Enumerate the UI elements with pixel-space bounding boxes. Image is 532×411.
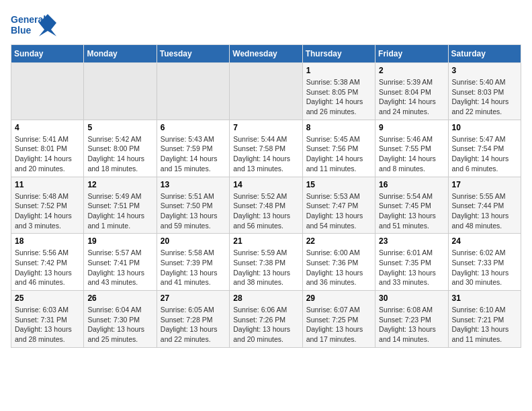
weekday-header-friday: Friday — [375, 45, 448, 63]
calendar-cell: 23Sunrise: 6:01 AMSunset: 7:35 PMDayligh… — [375, 234, 448, 291]
calendar-cell: 10Sunrise: 5:47 AMSunset: 7:54 PMDayligh… — [448, 120, 521, 177]
day-number: 3 — [452, 66, 517, 75]
calendar-week-row: 18Sunrise: 5:56 AMSunset: 7:42 PMDayligh… — [11, 234, 521, 291]
day-info: Sunrise: 6:02 AMSunset: 7:33 PMDaylight:… — [452, 248, 517, 287]
day-info: Sunrise: 5:40 AMSunset: 8:03 PMDaylight:… — [452, 77, 517, 117]
day-info: Sunrise: 6:05 AMSunset: 7:28 PMDaylight:… — [161, 305, 226, 345]
day-info: Sunrise: 5:54 AMSunset: 7:45 PMDaylight:… — [379, 191, 444, 231]
day-info: Sunrise: 5:46 AMSunset: 7:55 PMDaylight:… — [379, 134, 444, 174]
calendar-cell: 29Sunrise: 6:07 AMSunset: 7:25 PMDayligh… — [302, 291, 375, 348]
day-number: 29 — [306, 293, 371, 303]
day-info: Sunrise: 5:48 AMSunset: 7:52 PMDaylight:… — [15, 191, 80, 231]
calendar-week-row: 11Sunrise: 5:48 AMSunset: 7:52 PMDayligh… — [11, 177, 521, 234]
weekday-header-sunday: Sunday — [11, 45, 84, 63]
day-number: 17 — [452, 180, 517, 189]
day-info: Sunrise: 6:00 AMSunset: 7:36 PMDaylight:… — [306, 248, 371, 287]
day-info: Sunrise: 5:44 AMSunset: 7:58 PMDaylight:… — [233, 134, 298, 174]
day-number: 8 — [306, 123, 371, 132]
day-number: 31 — [452, 293, 517, 303]
calendar-week-row: 25Sunrise: 6:03 AMSunset: 7:31 PMDayligh… — [11, 291, 521, 348]
calendar-cell: 21Sunrise: 5:59 AMSunset: 7:38 PMDayligh… — [230, 234, 302, 291]
logo-icon: GeneralBlue — [11, 11, 58, 40]
weekday-header-saturday: Saturday — [448, 45, 521, 63]
day-number: 10 — [452, 123, 517, 132]
day-number: 19 — [87, 236, 152, 246]
page-header: GeneralBlue — [11, 11, 521, 40]
calendar-table: SundayMondayTuesdayWednesdayThursdayFrid… — [11, 44, 521, 348]
weekday-header-tuesday: Tuesday — [157, 45, 229, 63]
day-info: Sunrise: 5:43 AMSunset: 7:59 PMDaylight:… — [161, 134, 226, 174]
calendar-week-row: 1Sunrise: 5:38 AMSunset: 8:05 PMDaylight… — [11, 63, 521, 120]
day-number: 7 — [233, 123, 298, 132]
calendar-cell: 5Sunrise: 5:42 AMSunset: 8:00 PMDaylight… — [84, 120, 157, 177]
calendar-cell: 14Sunrise: 5:52 AMSunset: 7:48 PMDayligh… — [230, 177, 302, 234]
calendar-cell: 30Sunrise: 6:08 AMSunset: 7:23 PMDayligh… — [375, 291, 448, 348]
day-number: 27 — [161, 293, 226, 303]
weekday-header-row: SundayMondayTuesdayWednesdayThursdayFrid… — [11, 45, 521, 63]
calendar-cell: 13Sunrise: 5:51 AMSunset: 7:50 PMDayligh… — [157, 177, 229, 234]
day-info: Sunrise: 6:03 AMSunset: 7:31 PMDaylight:… — [15, 305, 80, 345]
day-info: Sunrise: 6:01 AMSunset: 7:35 PMDaylight:… — [379, 248, 444, 287]
calendar-cell: 1Sunrise: 5:38 AMSunset: 8:05 PMDaylight… — [302, 63, 375, 120]
day-number: 2 — [379, 66, 444, 75]
calendar-cell: 19Sunrise: 5:57 AMSunset: 7:41 PMDayligh… — [84, 234, 157, 291]
day-number: 22 — [306, 236, 371, 246]
weekday-header-thursday: Thursday — [302, 45, 375, 63]
day-number: 24 — [452, 236, 517, 246]
calendar-cell: 3Sunrise: 5:40 AMSunset: 8:03 PMDaylight… — [448, 63, 521, 120]
calendar-cell: 6Sunrise: 5:43 AMSunset: 7:59 PMDaylight… — [157, 120, 229, 177]
day-info: Sunrise: 5:45 AMSunset: 7:56 PMDaylight:… — [306, 134, 371, 174]
day-info: Sunrise: 5:55 AMSunset: 7:44 PMDaylight:… — [452, 191, 517, 231]
day-info: Sunrise: 6:07 AMSunset: 7:25 PMDaylight:… — [306, 305, 371, 345]
calendar-cell: 15Sunrise: 5:53 AMSunset: 7:47 PMDayligh… — [302, 177, 375, 234]
calendar-cell — [230, 63, 302, 120]
calendar-cell: 7Sunrise: 5:44 AMSunset: 7:58 PMDaylight… — [230, 120, 302, 177]
day-info: Sunrise: 5:38 AMSunset: 8:05 PMDaylight:… — [306, 77, 371, 117]
day-number: 25 — [15, 293, 80, 303]
day-info: Sunrise: 5:41 AMSunset: 8:01 PMDaylight:… — [15, 134, 80, 174]
calendar-cell: 11Sunrise: 5:48 AMSunset: 7:52 PMDayligh… — [11, 177, 84, 234]
calendar-cell — [84, 63, 157, 120]
day-info: Sunrise: 6:06 AMSunset: 7:26 PMDaylight:… — [233, 305, 298, 345]
day-number: 11 — [15, 180, 80, 189]
day-info: Sunrise: 6:10 AMSunset: 7:21 PMDaylight:… — [452, 305, 517, 345]
day-number: 14 — [233, 180, 298, 189]
calendar-cell: 22Sunrise: 6:00 AMSunset: 7:36 PMDayligh… — [302, 234, 375, 291]
calendar-cell: 12Sunrise: 5:49 AMSunset: 7:51 PMDayligh… — [84, 177, 157, 234]
day-number: 16 — [379, 180, 444, 189]
calendar-cell: 28Sunrise: 6:06 AMSunset: 7:26 PMDayligh… — [230, 291, 302, 348]
day-info: Sunrise: 6:08 AMSunset: 7:23 PMDaylight:… — [379, 305, 444, 345]
weekday-header-monday: Monday — [84, 45, 157, 63]
day-number: 30 — [379, 293, 444, 303]
day-number: 6 — [161, 123, 226, 132]
day-number: 9 — [379, 123, 444, 132]
calendar-cell: 20Sunrise: 5:58 AMSunset: 7:39 PMDayligh… — [157, 234, 229, 291]
logo: GeneralBlue — [11, 11, 58, 40]
day-number: 4 — [15, 123, 80, 132]
day-info: Sunrise: 5:39 AMSunset: 8:04 PMDaylight:… — [379, 77, 444, 117]
day-number: 13 — [161, 180, 226, 189]
calendar-cell — [11, 63, 84, 120]
day-info: Sunrise: 5:51 AMSunset: 7:50 PMDaylight:… — [161, 191, 226, 231]
calendar-cell: 9Sunrise: 5:46 AMSunset: 7:55 PMDaylight… — [375, 120, 448, 177]
day-info: Sunrise: 5:42 AMSunset: 8:00 PMDaylight:… — [87, 134, 152, 174]
calendar-cell: 17Sunrise: 5:55 AMSunset: 7:44 PMDayligh… — [448, 177, 521, 234]
day-info: Sunrise: 5:56 AMSunset: 7:42 PMDaylight:… — [15, 248, 80, 287]
day-number: 12 — [87, 180, 152, 189]
calendar-cell: 4Sunrise: 5:41 AMSunset: 8:01 PMDaylight… — [11, 120, 84, 177]
calendar-cell — [157, 63, 229, 120]
calendar-week-row: 4Sunrise: 5:41 AMSunset: 8:01 PMDaylight… — [11, 120, 521, 177]
day-number: 26 — [87, 293, 152, 303]
calendar-cell: 25Sunrise: 6:03 AMSunset: 7:31 PMDayligh… — [11, 291, 84, 348]
day-number: 21 — [233, 236, 298, 246]
day-info: Sunrise: 5:59 AMSunset: 7:38 PMDaylight:… — [233, 248, 298, 287]
day-info: Sunrise: 5:53 AMSunset: 7:47 PMDaylight:… — [306, 191, 371, 231]
calendar-cell: 18Sunrise: 5:56 AMSunset: 7:42 PMDayligh… — [11, 234, 84, 291]
calendar-cell: 26Sunrise: 6:04 AMSunset: 7:30 PMDayligh… — [84, 291, 157, 348]
weekday-header-wednesday: Wednesday — [230, 45, 302, 63]
calendar-cell: 8Sunrise: 5:45 AMSunset: 7:56 PMDaylight… — [302, 120, 375, 177]
day-info: Sunrise: 5:52 AMSunset: 7:48 PMDaylight:… — [233, 191, 298, 231]
day-number: 28 — [233, 293, 298, 303]
day-number: 1 — [306, 66, 371, 75]
calendar-cell: 2Sunrise: 5:39 AMSunset: 8:04 PMDaylight… — [375, 63, 448, 120]
